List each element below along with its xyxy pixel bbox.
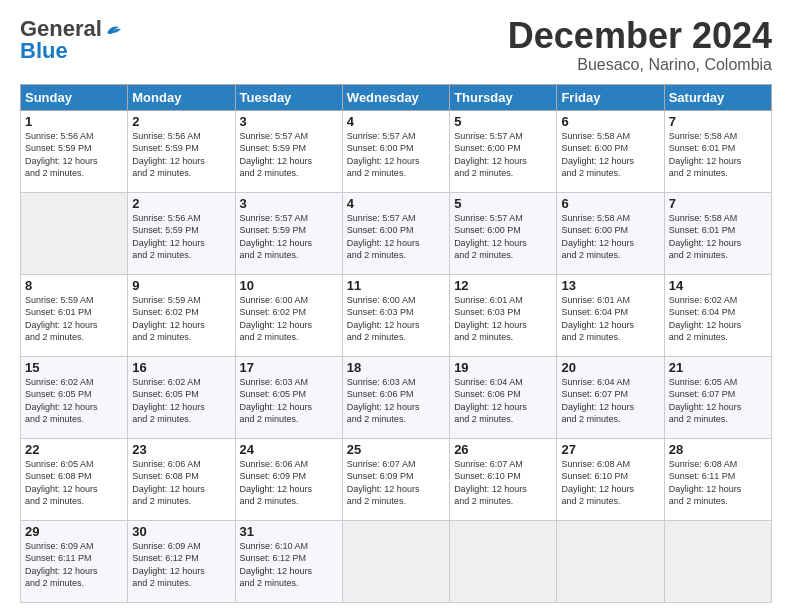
day-info: Sunrise: 6:02 AM Sunset: 6:05 PM Dayligh… bbox=[132, 376, 230, 426]
day-info: Sunrise: 6:04 AM Sunset: 6:07 PM Dayligh… bbox=[561, 376, 659, 426]
day-info: Sunrise: 5:57 AM Sunset: 5:59 PM Dayligh… bbox=[240, 130, 338, 180]
calendar-week-row: 2Sunrise: 5:56 AM Sunset: 5:59 PM Daylig… bbox=[21, 192, 772, 274]
calendar-day-cell: 5Sunrise: 5:57 AM Sunset: 6:00 PM Daylig… bbox=[450, 192, 557, 274]
day-number: 6 bbox=[561, 114, 659, 129]
day-number: 21 bbox=[669, 360, 767, 375]
day-info: Sunrise: 6:09 AM Sunset: 6:12 PM Dayligh… bbox=[132, 540, 230, 590]
col-thursday: Thursday bbox=[450, 84, 557, 110]
col-friday: Friday bbox=[557, 84, 664, 110]
calendar-day-cell: 12Sunrise: 6:01 AM Sunset: 6:03 PM Dayli… bbox=[450, 274, 557, 356]
day-info: Sunrise: 5:57 AM Sunset: 6:00 PM Dayligh… bbox=[454, 130, 552, 180]
day-info: Sunrise: 5:56 AM Sunset: 5:59 PM Dayligh… bbox=[132, 130, 230, 180]
day-number: 28 bbox=[669, 442, 767, 457]
day-info: Sunrise: 6:06 AM Sunset: 6:09 PM Dayligh… bbox=[240, 458, 338, 508]
calendar-week-row: 8Sunrise: 5:59 AM Sunset: 6:01 PM Daylig… bbox=[21, 274, 772, 356]
calendar-day-cell: 19Sunrise: 6:04 AM Sunset: 6:06 PM Dayli… bbox=[450, 356, 557, 438]
day-info: Sunrise: 6:10 AM Sunset: 6:12 PM Dayligh… bbox=[240, 540, 338, 590]
calendar-day-cell: 2Sunrise: 5:56 AM Sunset: 5:59 PM Daylig… bbox=[128, 192, 235, 274]
day-info: Sunrise: 6:08 AM Sunset: 6:11 PM Dayligh… bbox=[669, 458, 767, 508]
day-info: Sunrise: 6:07 AM Sunset: 6:09 PM Dayligh… bbox=[347, 458, 445, 508]
calendar-day-cell: 6Sunrise: 5:58 AM Sunset: 6:00 PM Daylig… bbox=[557, 110, 664, 192]
calendar-day-cell: 21Sunrise: 6:05 AM Sunset: 6:07 PM Dayli… bbox=[664, 356, 771, 438]
calendar-day-cell: 8Sunrise: 5:59 AM Sunset: 6:01 PM Daylig… bbox=[21, 274, 128, 356]
day-number: 6 bbox=[561, 196, 659, 211]
day-number: 7 bbox=[669, 114, 767, 129]
day-number: 26 bbox=[454, 442, 552, 457]
day-number: 30 bbox=[132, 524, 230, 539]
day-info: Sunrise: 6:05 AM Sunset: 6:07 PM Dayligh… bbox=[669, 376, 767, 426]
calendar-day-cell: 13Sunrise: 6:01 AM Sunset: 6:04 PM Dayli… bbox=[557, 274, 664, 356]
col-saturday: Saturday bbox=[664, 84, 771, 110]
calendar-week-row: 15Sunrise: 6:02 AM Sunset: 6:05 PM Dayli… bbox=[21, 356, 772, 438]
day-number: 31 bbox=[240, 524, 338, 539]
calendar-day-cell: 22Sunrise: 6:05 AM Sunset: 6:08 PM Dayli… bbox=[21, 438, 128, 520]
day-info: Sunrise: 5:59 AM Sunset: 6:01 PM Dayligh… bbox=[25, 294, 123, 344]
day-info: Sunrise: 5:56 AM Sunset: 5:59 PM Dayligh… bbox=[25, 130, 123, 180]
location-subtitle: Buesaco, Narino, Colombia bbox=[508, 56, 772, 74]
day-info: Sunrise: 6:02 AM Sunset: 6:05 PM Dayligh… bbox=[25, 376, 123, 426]
day-number: 3 bbox=[240, 114, 338, 129]
day-number: 25 bbox=[347, 442, 445, 457]
day-number: 12 bbox=[454, 278, 552, 293]
calendar-day-cell: 28Sunrise: 6:08 AM Sunset: 6:11 PM Dayli… bbox=[664, 438, 771, 520]
calendar-week-row: 29Sunrise: 6:09 AM Sunset: 6:11 PM Dayli… bbox=[21, 520, 772, 602]
day-number: 16 bbox=[132, 360, 230, 375]
calendar-day-cell: 4Sunrise: 5:57 AM Sunset: 6:00 PM Daylig… bbox=[342, 192, 449, 274]
calendar-day-cell: 30Sunrise: 6:09 AM Sunset: 6:12 PM Dayli… bbox=[128, 520, 235, 602]
calendar-day-cell: 24Sunrise: 6:06 AM Sunset: 6:09 PM Dayli… bbox=[235, 438, 342, 520]
day-info: Sunrise: 6:03 AM Sunset: 6:05 PM Dayligh… bbox=[240, 376, 338, 426]
day-number: 4 bbox=[347, 196, 445, 211]
day-number: 5 bbox=[454, 196, 552, 211]
day-number: 22 bbox=[25, 442, 123, 457]
day-number: 11 bbox=[347, 278, 445, 293]
calendar-day-cell bbox=[664, 520, 771, 602]
calendar-day-cell: 4Sunrise: 5:57 AM Sunset: 6:00 PM Daylig… bbox=[342, 110, 449, 192]
calendar-day-cell bbox=[450, 520, 557, 602]
day-info: Sunrise: 5:58 AM Sunset: 6:00 PM Dayligh… bbox=[561, 130, 659, 180]
day-number: 29 bbox=[25, 524, 123, 539]
header-row: Sunday Monday Tuesday Wednesday Thursday… bbox=[21, 84, 772, 110]
day-info: Sunrise: 6:01 AM Sunset: 6:03 PM Dayligh… bbox=[454, 294, 552, 344]
calendar-day-cell: 25Sunrise: 6:07 AM Sunset: 6:09 PM Dayli… bbox=[342, 438, 449, 520]
day-number: 9 bbox=[132, 278, 230, 293]
calendar-day-cell: 29Sunrise: 6:09 AM Sunset: 6:11 PM Dayli… bbox=[21, 520, 128, 602]
calendar-day-cell: 2Sunrise: 5:56 AM Sunset: 5:59 PM Daylig… bbox=[128, 110, 235, 192]
day-number: 3 bbox=[240, 196, 338, 211]
calendar-day-cell: 15Sunrise: 6:02 AM Sunset: 6:05 PM Dayli… bbox=[21, 356, 128, 438]
col-tuesday: Tuesday bbox=[235, 84, 342, 110]
calendar-day-cell: 7Sunrise: 5:58 AM Sunset: 6:01 PM Daylig… bbox=[664, 192, 771, 274]
day-info: Sunrise: 6:08 AM Sunset: 6:10 PM Dayligh… bbox=[561, 458, 659, 508]
day-info: Sunrise: 5:57 AM Sunset: 6:00 PM Dayligh… bbox=[347, 212, 445, 262]
calendar-day-cell: 3Sunrise: 5:57 AM Sunset: 5:59 PM Daylig… bbox=[235, 192, 342, 274]
calendar-day-cell: 9Sunrise: 5:59 AM Sunset: 6:02 PM Daylig… bbox=[128, 274, 235, 356]
calendar-day-cell: 14Sunrise: 6:02 AM Sunset: 6:04 PM Dayli… bbox=[664, 274, 771, 356]
day-info: Sunrise: 6:00 AM Sunset: 6:02 PM Dayligh… bbox=[240, 294, 338, 344]
day-number: 17 bbox=[240, 360, 338, 375]
day-info: Sunrise: 6:02 AM Sunset: 6:04 PM Dayligh… bbox=[669, 294, 767, 344]
day-info: Sunrise: 6:01 AM Sunset: 6:04 PM Dayligh… bbox=[561, 294, 659, 344]
day-number: 15 bbox=[25, 360, 123, 375]
month-title: December 2024 bbox=[508, 16, 772, 56]
day-info: Sunrise: 6:06 AM Sunset: 6:08 PM Dayligh… bbox=[132, 458, 230, 508]
logo: General Blue bbox=[20, 16, 123, 64]
calendar-day-cell: 31Sunrise: 6:10 AM Sunset: 6:12 PM Dayli… bbox=[235, 520, 342, 602]
day-number: 27 bbox=[561, 442, 659, 457]
day-number: 1 bbox=[25, 114, 123, 129]
day-info: Sunrise: 5:57 AM Sunset: 5:59 PM Dayligh… bbox=[240, 212, 338, 262]
calendar-week-row: 22Sunrise: 6:05 AM Sunset: 6:08 PM Dayli… bbox=[21, 438, 772, 520]
day-info: Sunrise: 5:57 AM Sunset: 6:00 PM Dayligh… bbox=[347, 130, 445, 180]
day-info: Sunrise: 6:04 AM Sunset: 6:06 PM Dayligh… bbox=[454, 376, 552, 426]
day-info: Sunrise: 6:03 AM Sunset: 6:06 PM Dayligh… bbox=[347, 376, 445, 426]
day-number: 19 bbox=[454, 360, 552, 375]
day-number: 20 bbox=[561, 360, 659, 375]
calendar-day-cell bbox=[342, 520, 449, 602]
day-number: 18 bbox=[347, 360, 445, 375]
day-number: 4 bbox=[347, 114, 445, 129]
calendar-day-cell: 10Sunrise: 6:00 AM Sunset: 6:02 PM Dayli… bbox=[235, 274, 342, 356]
calendar-day-cell: 5Sunrise: 5:57 AM Sunset: 6:00 PM Daylig… bbox=[450, 110, 557, 192]
day-info: Sunrise: 5:58 AM Sunset: 6:00 PM Dayligh… bbox=[561, 212, 659, 262]
logo-blue: Blue bbox=[20, 38, 68, 64]
day-number: 2 bbox=[132, 196, 230, 211]
day-number: 5 bbox=[454, 114, 552, 129]
day-info: Sunrise: 5:56 AM Sunset: 5:59 PM Dayligh… bbox=[132, 212, 230, 262]
